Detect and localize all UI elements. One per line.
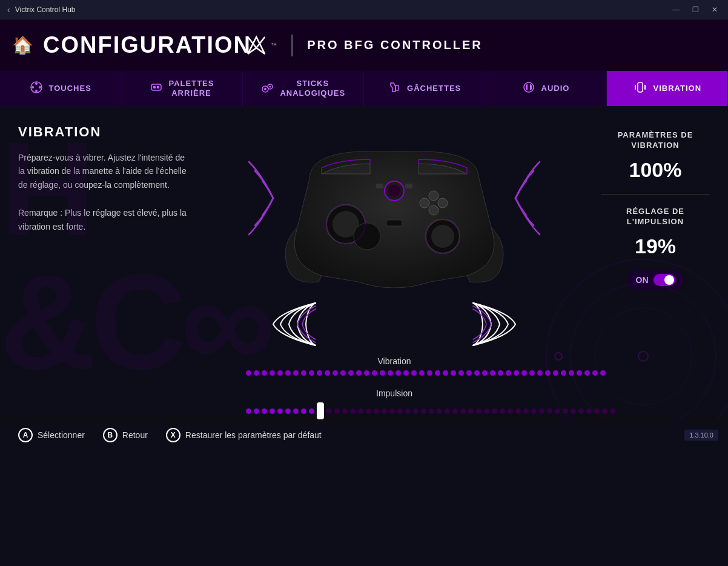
minimize-button[interactable]: — (670, 5, 682, 14)
tab-audio[interactable]: AUDIO (485, 71, 606, 106)
slider-dot (452, 408, 458, 414)
slider-dot (498, 370, 503, 376)
svg-point-31 (429, 205, 438, 215)
tm-mark: ™ (271, 42, 277, 48)
tab-palettes[interactable]: PALETTESARRIÈRE (121, 71, 242, 106)
slider-thumb[interactable] (317, 402, 324, 419)
slider-dot (435, 370, 440, 376)
slider-dot (537, 370, 543, 376)
close-button[interactable]: ✕ (709, 5, 721, 14)
slider-dot (492, 408, 497, 414)
vibration-slider-track[interactable]: // Will render via JS below (246, 370, 543, 376)
slider-dot (340, 370, 346, 376)
slider-dot (571, 408, 576, 414)
slider-dot (584, 370, 590, 376)
svg-rect-7 (157, 86, 159, 88)
slider-dot (366, 408, 371, 414)
slider-dot (437, 408, 442, 414)
slider-dot (301, 370, 306, 376)
slider-dot (594, 408, 600, 414)
tab-vibration[interactable]: VIBRATION (607, 71, 728, 106)
select-button[interactable]: A Sélectionner (18, 428, 85, 442)
svg-rect-12 (395, 85, 399, 90)
slider-dot (523, 408, 529, 414)
slider-dot (374, 408, 379, 414)
slider-dot (506, 370, 511, 376)
center-panel: Vibration // Will render via JS below Im… (188, 118, 601, 419)
slider-dot (521, 370, 527, 376)
audio-icon (522, 81, 535, 97)
vibration-value: 100% (629, 158, 682, 182)
section-note: Remarque : Plus le réglage est élevé, pl… (18, 206, 188, 233)
slider-dot (421, 408, 426, 414)
vibration-params-label: PARAMÈTRES DE VIBRATION (601, 130, 710, 151)
slider-dot (460, 408, 466, 414)
b-button-circle: B (103, 428, 117, 442)
slider-dot (388, 370, 393, 376)
nav-tabs: TOUCHES PALETTESARRIÈRE STICKSANALOGIQUE… (0, 71, 728, 106)
slider-dot (482, 370, 488, 376)
brand-logo: ™ (245, 35, 277, 56)
slider-dot (545, 370, 551, 376)
footer: A Sélectionner B Retour X Restaurer les … (0, 419, 728, 450)
slider-dot (592, 370, 598, 376)
x-button-circle: X (166, 428, 180, 442)
restore-button[interactable]: X Restaurer les paramètres par défaut (166, 428, 322, 442)
back-button[interactable]: B Retour (103, 428, 148, 442)
toggle-switch[interactable] (654, 274, 675, 286)
toggle-label: ON (636, 275, 649, 285)
slider-dot (334, 408, 340, 414)
tab-gachettes[interactable]: GÂCHETTES (364, 71, 485, 106)
version-badge: 1.3.10.0 (684, 430, 718, 441)
slider-dot (600, 370, 606, 376)
window-controls: — ❐ ✕ (670, 5, 721, 14)
slider-dot (380, 370, 385, 376)
slider-dot (309, 370, 314, 376)
slider-dot (301, 408, 306, 414)
slider-dot (531, 408, 537, 414)
slider-dot (443, 370, 448, 376)
slider-dot (342, 408, 348, 414)
slider-dot (262, 408, 267, 414)
page-title: CONFIGURATION (43, 32, 251, 58)
svg-point-3 (31, 86, 34, 88)
right-panel: PARAMÈTRES DE VIBRATION 100% RÉGLAGE DE … (601, 118, 710, 419)
slider-dot (270, 408, 275, 414)
slider-dot (348, 370, 354, 376)
slider-dot (350, 408, 356, 414)
a-button-circle: A (18, 428, 33, 442)
slider-dot (553, 370, 558, 376)
slider-dot (508, 408, 513, 414)
slider-dot (262, 370, 267, 376)
tab-touches[interactable]: TOUCHES (0, 71, 121, 106)
impulse-slider-label: Impulsion (188, 388, 601, 399)
slider-dot (285, 408, 291, 414)
svg-point-33 (388, 185, 400, 197)
slider-dot (397, 408, 403, 414)
svg-point-26 (431, 225, 454, 248)
svg-rect-34 (376, 184, 383, 188)
back-label: Retour (122, 430, 148, 440)
back-arrow[interactable]: ‹ (7, 5, 10, 15)
slider-dot (246, 408, 251, 414)
impulse-params-label: RÉGLAGE DE L'IMPULSION (601, 207, 710, 227)
controller-name: PRO BFG CONTROLLER (307, 38, 483, 52)
left-panel: VIBRATION Préparez-vous à vibrer. Ajuste… (18, 118, 188, 419)
vibration-indicators (267, 300, 521, 348)
slider-dot (555, 408, 560, 414)
home-icon[interactable]: 🏠 (12, 35, 33, 55)
slider-dot (445, 408, 450, 414)
slider-dot (317, 370, 322, 376)
palettes-icon (150, 81, 163, 97)
tab-sticks[interactable]: STICKSANALOGIQUES (243, 71, 364, 106)
slider-dot (427, 370, 432, 376)
vibration-label: VIBRATION (654, 84, 702, 93)
vibration-toggle[interactable]: ON (627, 270, 684, 290)
right-vibration-waves (425, 300, 521, 348)
slider-dot (254, 408, 259, 414)
maximize-button[interactable]: ❐ (689, 5, 701, 14)
impulse-slider-track[interactable] (246, 402, 543, 419)
titlebar-left: ‹ Victrix Control Hub (7, 5, 76, 15)
slider-dot (277, 370, 283, 376)
slider-dot (358, 408, 363, 414)
